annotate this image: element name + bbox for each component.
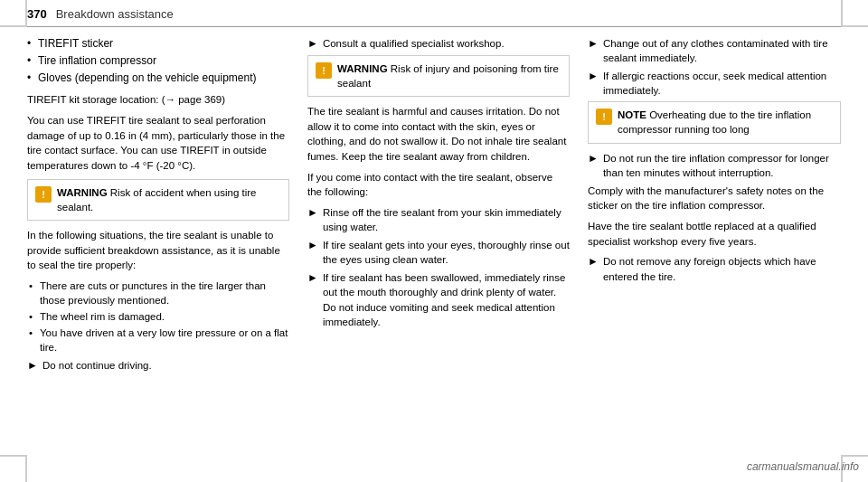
arrow-text-mid-4: If tire sealant has been swallowed, imme… xyxy=(323,270,570,328)
arrow-item-mid-3: ► If tire sealant gets into your eyes, t… xyxy=(307,238,570,267)
right-column: ► Change out of any clothes contaminated… xyxy=(588,36,841,377)
arrow-text-right-3: Do not run the tire inflation compressor… xyxy=(603,151,841,180)
arrow-text-right-final: Do not remove any foreign objects which … xyxy=(603,254,841,283)
sub-bullet-item: You have driven at a very low tire press… xyxy=(27,326,289,354)
arrow-text-mid-3: If tire sealant gets into your eyes, tho… xyxy=(323,238,570,267)
note-text: NOTE Overheating due to the tire inflati… xyxy=(618,108,833,137)
note-desc: Overheating due to the tire inflation co… xyxy=(618,109,811,135)
mid-para2: If you come into contact with the tire s… xyxy=(307,170,570,200)
mid-column: ► Consult a qualified specialist worksho… xyxy=(307,36,570,377)
arrow-text: Do not continue driving. xyxy=(42,358,152,373)
warning-icon-2: ! xyxy=(316,62,332,79)
arrow-icon: ► xyxy=(27,358,38,373)
arrow-icon-right-1: ► xyxy=(588,36,599,52)
arrow-item-mid-1: ► Consult a qualified specialist worksho… xyxy=(307,36,570,52)
corner-decoration-tl xyxy=(0,0,27,27)
arrow-icon-mid-4: ► xyxy=(307,270,318,286)
warning-text-2: WARNING Risk of injury and poisoning fro… xyxy=(337,61,561,90)
mid-para1: The tire sealant is harmful and causes i… xyxy=(307,104,570,165)
arrow-text-right-2: If allergic reactions occur, seek medica… xyxy=(603,69,841,98)
sub-bullet-list: There are cuts or punctures in the tire … xyxy=(27,279,289,354)
storage-location-label: TIREFIT kit storage location: (→ page 36… xyxy=(27,92,289,108)
content-area: TIREFIT sticker Tire inflation compresso… xyxy=(0,36,868,377)
intro-text: In the following situations, the tire se… xyxy=(27,228,289,273)
warning-text-1: WARNING Risk of accident when using tire… xyxy=(57,185,281,214)
arrow-item-mid-2: ► Rinse off the tire sealant from your s… xyxy=(307,205,570,234)
page-number: 370 xyxy=(27,7,47,21)
arrow-icon-right-3: ► xyxy=(588,151,599,166)
arrow-icon-right-2: ► xyxy=(588,69,599,84)
corner-decoration-bl xyxy=(0,455,27,482)
arrow-item-right-2: ► If allergic reactions occur, seek medi… xyxy=(588,69,841,98)
list-item: TIREFIT sticker xyxy=(27,36,289,52)
arrow-icon-mid-1: ► xyxy=(307,36,318,52)
list-item: Gloves (depending on the vehicle equipme… xyxy=(27,71,289,86)
page-wrap: 370 Breakdown assistance TIREFIT sticker… xyxy=(0,0,868,482)
note-icon: ! xyxy=(596,109,612,125)
sub-bullet-item: There are cuts or punctures in the tire … xyxy=(27,279,289,307)
warning-bold-1: WARNING xyxy=(57,187,108,198)
page-title: Breakdown assistance xyxy=(56,7,174,21)
list-item: Tire inflation compressor xyxy=(27,53,289,69)
arrow-item-right-3: ► Do not run the tire inflation compress… xyxy=(588,151,841,180)
arrow-icon-mid-2: ► xyxy=(307,205,318,221)
warning-box-1: ! WARNING Risk of accident when using ti… xyxy=(27,179,289,221)
tirefit-para1: You can use TIREFIT tire sealant to seal… xyxy=(27,113,289,174)
note-bold: NOTE xyxy=(618,109,646,120)
arrow-item-left: ► Do not continue driving. xyxy=(27,358,289,373)
arrow-icon-mid-3: ► xyxy=(307,238,318,253)
arrow-item-right-final: ► Do not remove any foreign objects whic… xyxy=(588,254,841,283)
warning-bold-2: WARNING xyxy=(337,63,388,74)
arrow-text-right-1: Change out of any clothes contaminated w… xyxy=(603,36,841,65)
note-box: ! NOTE Overheating due to the tire infla… xyxy=(588,101,841,143)
right-para1: Comply with the manufacturer's safety no… xyxy=(588,184,841,213)
arrow-text-mid-2: Rinse off the tire sealant from your ski… xyxy=(323,205,570,234)
page-header: 370 Breakdown assistance xyxy=(0,0,868,27)
watermark: carmanualsmanual.info xyxy=(747,460,859,473)
right-para2: Have the tire sealant bottle replaced at… xyxy=(588,219,841,249)
arrow-text-mid-1: Consult a qualified specialist workshop. xyxy=(323,36,505,51)
warning-icon-1: ! xyxy=(35,186,52,203)
warning-box-2: ! WARNING Risk of injury and poisoning f… xyxy=(307,55,570,97)
corner-decoration-tr xyxy=(841,0,868,27)
arrow-item-mid-4: ► If tire sealant has been swallowed, im… xyxy=(307,270,570,328)
sub-bullet-item: The wheel rim is damaged. xyxy=(27,309,289,324)
bullet-list-items: TIREFIT sticker Tire inflation compresso… xyxy=(27,36,289,85)
arrow-icon-right-final: ► xyxy=(588,254,599,269)
left-column: TIREFIT sticker Tire inflation compresso… xyxy=(27,36,289,377)
arrow-item-right-1: ► Change out of any clothes contaminated… xyxy=(588,36,841,65)
